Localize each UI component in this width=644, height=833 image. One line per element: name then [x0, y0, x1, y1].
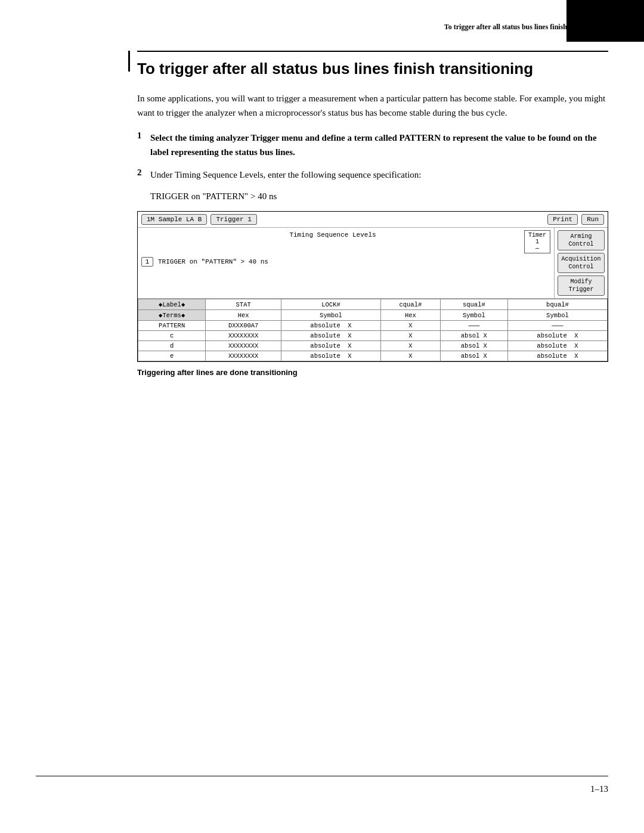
- arming-control-button[interactable]: ArmingControl: [558, 230, 605, 250]
- row-d-val1[interactable]: XXXXXXXX: [206, 341, 281, 351]
- squal-header-cell: squal#: [440, 299, 507, 310]
- level-number: 1: [141, 257, 153, 267]
- page-header: Triggering To trigger after all status b…: [444, 11, 608, 32]
- level-trigger-text: TRIGGER on "PATTERN" > 40 ns: [158, 258, 268, 265]
- screenshot-main-area: Timing Sequence Levels Timer 1 — 1 TRIGG…: [138, 228, 554, 298]
- bottom-rule: [36, 776, 608, 776]
- bqual-header-cell: bqual#: [507, 299, 607, 310]
- step-1-text: Select the timing analyzer Trigger menu …: [150, 133, 597, 157]
- row-e-name[interactable]: e: [138, 351, 206, 361]
- main-content: To trigger after all status bus lines fi…: [137, 60, 608, 386]
- pattern-name[interactable]: PATTERN: [138, 321, 206, 331]
- pattern-val5: ———: [507, 321, 607, 331]
- timer-box: Timer 1 —: [524, 230, 550, 253]
- step-1-number: 1: [137, 131, 150, 141]
- terms-cell[interactable]: ◆Terms◆: [138, 310, 206, 321]
- row-e-val1[interactable]: XXXXXXXX: [206, 351, 281, 361]
- table-row-e: e XXXXXXXX absolute X X absol X absolute…: [138, 351, 608, 361]
- table-row-c: c XXXXXXXX absolute X X absol X absolute…: [138, 331, 608, 341]
- label-header-cell[interactable]: ◆Label◆: [138, 299, 206, 310]
- screenshot-top-bar: 1M Sample LA B Trigger 1 Print Run: [138, 212, 608, 228]
- timer-dash: —: [528, 245, 546, 252]
- row-d-name[interactable]: d: [138, 341, 206, 351]
- sequence-header: Timing Sequence Levels Timer 1 —: [141, 230, 550, 253]
- step-2: 2 Under Timing Sequence Levels, enter th…: [137, 168, 608, 182]
- row-e-val2[interactable]: absolute X: [281, 351, 381, 361]
- row-c-val1[interactable]: XXXXXXXX: [206, 331, 281, 341]
- timer-num: 1: [528, 239, 546, 245]
- trigger-button[interactable]: Trigger 1: [210, 214, 256, 225]
- steps-list: 1 Select the timing analyzer Trigger men…: [137, 131, 608, 182]
- trigger-table: ◆Label◆ STAT LOCK# cqual# squal# bqual# …: [138, 299, 608, 361]
- terms-hex2: Hex: [380, 310, 440, 321]
- screenshot-sidebar: ArmingControl AcquisitionControl ModifyT…: [554, 228, 608, 298]
- intro-paragraph: In some applications, you will want to t…: [137, 91, 608, 120]
- header-chapter: Triggering: [444, 11, 608, 21]
- terms-symbol3: Symbol: [507, 310, 607, 321]
- row-e-val3[interactable]: X: [380, 351, 440, 361]
- row-c-val5[interactable]: absolute X: [507, 331, 607, 341]
- acquisition-control-button[interactable]: AcquisitionControl: [558, 253, 605, 273]
- row-d-val4[interactable]: absol X: [440, 341, 507, 351]
- page-number: 1–13: [590, 784, 608, 794]
- pattern-val3[interactable]: X: [380, 321, 440, 331]
- pattern-val4: ———: [440, 321, 507, 331]
- row-e-val5[interactable]: absolute X: [507, 351, 607, 361]
- table-row-pattern: PATTERN DXXX00A7 absolute X X ——— ———: [138, 321, 608, 331]
- page-title: To trigger after all status bus lines fi…: [137, 60, 608, 78]
- row-c-name[interactable]: c: [138, 331, 206, 341]
- step-2-content: Under Timing Sequence Levels, enter the …: [150, 168, 608, 182]
- row-e-val4[interactable]: absol X: [440, 351, 507, 361]
- figure-caption: Triggering after lines are done transiti…: [137, 368, 608, 377]
- row-d-val2[interactable]: absolute X: [281, 341, 381, 351]
- row-d-val3[interactable]: X: [380, 341, 440, 351]
- screenshot-table-section: ◆Label◆ STAT LOCK# cqual# squal# bqual# …: [138, 298, 608, 361]
- sequence-row-1: 1 TRIGGER on "PATTERN" > 40 ns: [141, 257, 550, 267]
- stat-header-cell: STAT: [206, 299, 281, 310]
- table-row-terms: ◆Terms◆ Hex Symbol Hex Symbol Symbol: [138, 310, 608, 321]
- run-button[interactable]: Run: [581, 214, 604, 225]
- header-section: To trigger after all status bus lines fi…: [444, 21, 608, 32]
- table-row-d: d XXXXXXXX absolute X X absol X absolute…: [138, 341, 608, 351]
- pattern-val2[interactable]: absolute X: [281, 321, 381, 331]
- row-c-val4[interactable]: absol X: [440, 331, 507, 341]
- terms-symbol2: Symbol: [440, 310, 507, 321]
- table-row-header: ◆Label◆ STAT LOCK# cqual# squal# bqual#: [138, 299, 608, 310]
- print-button[interactable]: Print: [547, 214, 578, 225]
- terms-hex1: Hex: [206, 310, 281, 321]
- top-rule: [137, 51, 608, 52]
- timer-label: Timer: [528, 232, 546, 239]
- step-1: 1 Select the timing analyzer Trigger men…: [137, 131, 608, 159]
- screenshot-figure: 1M Sample LA B Trigger 1 Print Run Timin…: [137, 211, 608, 362]
- row-d-val5[interactable]: absolute X: [507, 341, 607, 351]
- row-c-val2[interactable]: absolute X: [281, 331, 381, 341]
- left-rule: [128, 51, 130, 72]
- cqual-header-cell: cqual#: [380, 299, 440, 310]
- sequence-title: Timing Sequence Levels: [141, 230, 524, 239]
- screenshot-body: Timing Sequence Levels Timer 1 — 1 TRIGG…: [138, 228, 608, 298]
- trigger-specification: TRIGGER on "PATTERN" > 40 ns: [150, 191, 608, 202]
- row-c-val3[interactable]: X: [380, 331, 440, 341]
- pattern-val1[interactable]: DXXX00A7: [206, 321, 281, 331]
- terms-symbol1: Symbol: [281, 310, 381, 321]
- step-1-content: Select the timing analyzer Trigger menu …: [150, 131, 608, 159]
- sample-button[interactable]: 1M Sample LA B: [141, 214, 207, 225]
- modify-trigger-button[interactable]: ModifyTrigger: [558, 275, 605, 296]
- step-2-number: 2: [137, 168, 150, 178]
- lock-header-cell: LOCK#: [281, 299, 381, 310]
